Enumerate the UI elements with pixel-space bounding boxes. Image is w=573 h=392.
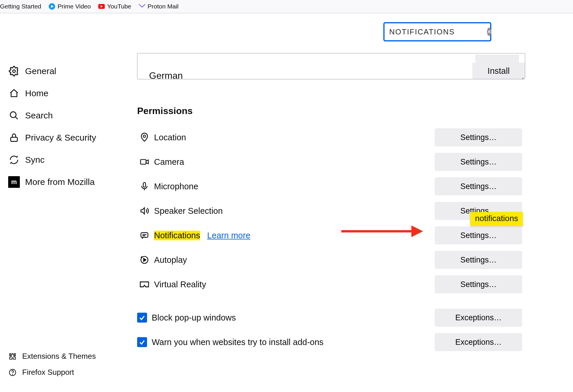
language-list-box[interactable]: German Install: [137, 53, 525, 79]
bookmark-label: Proton Mail: [148, 3, 179, 10]
checkbox-label: Block pop-up windows: [152, 313, 236, 323]
svg-marker-20: [144, 258, 146, 262]
permission-row-speaker: Speaker Selection Settings…: [137, 199, 525, 223]
sidebar-item-label: Firefox Support: [22, 368, 74, 377]
sync-icon: [8, 154, 20, 166]
checkbox-row-block-popups: Block pop-up windows Exceptions…: [137, 305, 525, 330]
svg-point-10: [12, 374, 13, 374]
language-item-label: German: [149, 70, 183, 79]
puzzle-icon: [8, 352, 17, 361]
resize-handle-icon[interactable]: [518, 72, 524, 78]
sidebar-item-privacy[interactable]: Privacy & Security: [5, 127, 128, 149]
svg-rect-8: [11, 137, 18, 141]
permission-label: Speaker Selection: [154, 206, 223, 216]
sidebar-item-more-mozilla[interactable]: m More from Mozilla: [5, 171, 128, 193]
vr-settings-button[interactable]: Settings…: [435, 275, 522, 293]
permission-row-vr: Virtual Reality Settings…: [137, 272, 525, 297]
permission-row-camera: Camera Settings…: [137, 150, 525, 174]
checkbox-row-warn-addons: Warn you when websites try to install ad…: [137, 330, 525, 354]
svg-marker-4: [139, 4, 145, 8]
microphone-settings-button[interactable]: Settings…: [435, 177, 522, 195]
notifications-settings-button[interactable]: Settings…: [435, 226, 522, 244]
sidebar-item-home[interactable]: Home: [5, 82, 128, 104]
location-icon: [137, 133, 152, 142]
notifications-icon: [137, 231, 152, 240]
install-button-ghost: [475, 55, 519, 63]
permissions-heading: Permissions: [137, 106, 558, 116]
prime-video-icon: [49, 3, 55, 10]
bookmark-prime-video[interactable]: Prime Video: [49, 3, 91, 10]
sidebar-item-extensions[interactable]: Extensions & Themes: [5, 348, 128, 364]
settings-sidebar: General Home Search Privacy & Security S…: [0, 13, 128, 392]
svg-line-7: [15, 117, 18, 119]
location-settings-button[interactable]: Settings…: [435, 128, 522, 146]
settings-content: ✕ German Install Permissions Location Se…: [128, 13, 573, 392]
permission-row-autoplay: Autoplay Settings…: [137, 248, 525, 272]
bookmark-label: YouTube: [107, 3, 131, 10]
lock-icon: [8, 132, 20, 144]
bookmark-getting-started[interactable]: Getting Started: [0, 3, 41, 10]
gear-icon: [8, 65, 20, 77]
sidebar-item-general[interactable]: General: [5, 60, 128, 82]
bookmark-label: Getting Started: [0, 3, 41, 10]
bookmark-label: Prime Video: [57, 3, 91, 10]
sidebar-item-label: More from Mozilla: [25, 177, 95, 187]
bookmark-proton-mail[interactable]: Proton Mail: [139, 3, 179, 10]
permission-label: Camera: [154, 157, 184, 167]
bookmark-youtube[interactable]: YouTube: [98, 3, 131, 10]
settings-search-box[interactable]: ✕: [383, 22, 491, 41]
permission-label: Notifications: [154, 231, 200, 240]
warn-addons-checkbox[interactable]: [137, 337, 147, 347]
permission-label: Virtual Reality: [154, 280, 206, 289]
question-icon: [8, 368, 17, 377]
camera-icon: [137, 157, 152, 167]
settings-search-input[interactable]: [389, 27, 484, 36]
permission-label: Location: [154, 133, 186, 142]
proton-mail-icon: [139, 3, 145, 10]
home-icon: [8, 88, 20, 99]
vr-icon: [137, 281, 152, 288]
sidebar-item-support[interactable]: Firefox Support: [5, 364, 128, 380]
permission-row-location: Location Settings…: [137, 125, 525, 150]
language-install-button[interactable]: Install: [472, 63, 525, 79]
clear-search-icon[interactable]: ✕: [487, 28, 491, 36]
sidebar-item-label: Privacy & Security: [25, 133, 96, 143]
permission-row-notifications: Notifications Learn more Settings…: [137, 223, 525, 248]
notifications-learn-more-link[interactable]: Learn more: [207, 231, 250, 240]
svg-point-11: [143, 135, 146, 137]
svg-marker-15: [141, 208, 144, 214]
permission-label: Microphone: [154, 182, 198, 191]
sidebar-item-label: Sync: [25, 155, 45, 165]
autoplay-settings-button[interactable]: Settings…: [435, 251, 522, 269]
bookmarks-toolbar: Getting Started Prime Video YouTube Prot…: [0, 0, 573, 13]
checkbox-label: Warn you when websites try to install ad…: [152, 337, 324, 347]
popups-exceptions-button[interactable]: Exceptions…: [435, 309, 522, 327]
sidebar-item-label: Search: [25, 111, 53, 120]
svg-rect-13: [143, 183, 146, 187]
youtube-icon: [98, 3, 105, 10]
svg-point-6: [10, 112, 16, 118]
autoplay-icon: [137, 255, 152, 265]
svg-rect-12: [141, 160, 146, 164]
search-icon: [8, 110, 20, 121]
camera-settings-button[interactable]: Settings…: [435, 153, 522, 171]
permission-row-microphone: Microphone Settings…: [137, 174, 525, 199]
sidebar-item-sync[interactable]: Sync: [5, 149, 128, 171]
sidebar-item-label: Home: [25, 88, 48, 98]
permission-label: Autoplay: [154, 255, 187, 265]
notifications-tooltip: notifications: [470, 212, 523, 226]
addons-exceptions-button[interactable]: Exceptions…: [435, 333, 522, 351]
sidebar-item-label: General: [25, 66, 56, 76]
block-popups-checkbox[interactable]: [137, 313, 147, 323]
mozilla-icon: m: [8, 176, 20, 188]
sidebar-item-label: Extensions & Themes: [22, 352, 96, 361]
svg-rect-16: [141, 233, 148, 237]
speaker-icon: [137, 206, 152, 216]
sidebar-item-search[interactable]: Search: [5, 104, 128, 127]
microphone-icon: [137, 182, 152, 191]
svg-point-5: [13, 70, 15, 73]
